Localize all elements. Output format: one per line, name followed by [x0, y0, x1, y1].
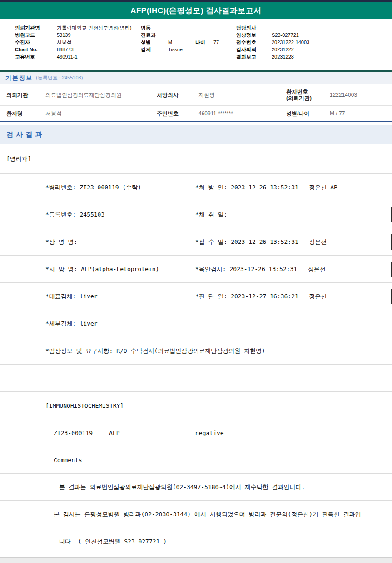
- field-value: 서봉석: [57, 39, 72, 46]
- result-row: *대표검체: liver *진 단 일: 2023-12-27 16:36:21…: [0, 283, 392, 310]
- result-text: *육안검사: 2023-12-26 13:52:31 정은선: [195, 265, 326, 273]
- result-row: Comments: [0, 446, 392, 474]
- result-row: *상 병 명: - *접 수 일: 2023-12-26 13:52:31 정은…: [0, 228, 392, 256]
- patient-header-row: 의뢰기관명 가톨릭대학교 인천성모병원(병리) 병동 담당의사: [0, 24, 392, 31]
- table-row: 환자명 서봉석 주민번호 460911-******* 성별/나이 M / 77: [0, 106, 392, 121]
- field-label: 나이: [195, 39, 205, 46]
- field-label: 임상정보: [236, 31, 256, 39]
- patient-header: 의뢰기관명 가톨릭대학교 인천성모병원(병리) 병동 담당의사 병원코드 531…: [0, 19, 392, 66]
- cell-label: 처방의사: [157, 91, 179, 99]
- table-row: 의뢰기관 의료법인삼광의료재단삼광의원 처방의사 지현영 환자번호 (의뢰기관)…: [0, 84, 392, 106]
- result-text: [병리과]: [6, 155, 31, 163]
- result-row: 본 결과는 의료법인삼광의료재단삼광의원(02-3497-5180~4)에서 재…: [0, 474, 392, 501]
- cell-value: 의료법인삼광의료재단삼광의원: [45, 91, 122, 99]
- field-value: Tissue: [168, 46, 183, 53]
- result-text: 본 결과는 의료법인삼광의료재단삼광의원(02-3497-5180~4)에서 재…: [59, 483, 305, 491]
- cell-label: 환자명: [6, 110, 23, 118]
- field-value: 가톨릭대학교 인천성모병원(병리): [57, 24, 131, 31]
- cell-value: 서봉석: [45, 110, 62, 118]
- field-value: 20231222-14003: [272, 39, 309, 46]
- field-label: 검체: [141, 46, 151, 53]
- field-label: 병동: [141, 24, 151, 31]
- result-text: *처 방 일: 2023-12-26 13:52:31 정은선 AP: [195, 183, 337, 192]
- cell-value: M / 77: [330, 110, 345, 117]
- result-row-empty: [0, 365, 392, 392]
- cell-value: 지현영: [198, 91, 215, 99]
- section-title: 기본정보: [5, 74, 33, 82]
- result-row: 본 검사는 은평성모병원 병리과(02-2030-3144) 에서 시행되었으며…: [0, 501, 392, 528]
- result-text: *세부검체: liver: [45, 320, 98, 328]
- patient-header-row: 고유번호 460911-1 결과보고 20231228: [0, 53, 392, 60]
- result-text: *등록번호: 2455103: [45, 211, 104, 219]
- report-page: AFP(IHC)(은평성모) 검사결과보고서 의뢰기관명 가톨릭대학교 인천성모…: [0, 0, 392, 563]
- cell-label: 환자번호 (의뢰기관): [286, 89, 312, 101]
- result-text: [IMMUNOHISTOCHEMISTRY]: [45, 402, 124, 409]
- results-section-header: 검 사 결 과: [0, 125, 392, 144]
- patient-header-row: 병원코드 53139 진료과 임상정보 S23-027721: [0, 31, 392, 39]
- section-title: 검 사 결 과: [6, 130, 43, 139]
- field-label: 접수번호: [236, 39, 256, 46]
- field-label: 결과보고: [236, 53, 256, 60]
- cell-label: 의뢰기관: [6, 91, 28, 99]
- report-title: AFP(IHC)(은평성모) 검사결과보고서: [130, 5, 262, 16]
- result-text: 본 검사는 은평성모병원 병리과(02-2030-3144) 에서 시행되었으며…: [54, 510, 361, 519]
- field-label: 수진자: [15, 39, 30, 46]
- result-row: [IMMUNOHISTOCHEMISTRY]: [0, 392, 392, 419]
- field-label: Chart No.: [15, 46, 38, 53]
- field-value: 20231222: [272, 46, 294, 53]
- results-body: [병리과] *병리번호: ZI23-000119 (수탁) *처 방 일: 20…: [0, 144, 392, 555]
- result-text: *임상정보 및 요구사항: R/O 수탁검사(의료법인삼광의료재단삼광의원-지현…: [45, 347, 265, 355]
- cell-label: 주민번호: [157, 110, 179, 118]
- result-row: *병리번호: ZI23-000119 (수탁) *처 방 일: 2023-12-…: [0, 174, 392, 201]
- cell-value: 460911-*******: [198, 110, 233, 117]
- field-label: 고유번호: [15, 53, 35, 60]
- cell-label: 성별/나이: [286, 110, 309, 118]
- field-value: 868773: [57, 46, 74, 53]
- basic-info-section-header: 기본정보 (등록번호 : 2455103): [0, 70, 392, 84]
- field-value: 20231228: [272, 53, 294, 60]
- result-text: *대표검체: liver: [45, 292, 98, 301]
- field-label: 담당의사: [236, 24, 256, 31]
- result-text: *접 수 일: 2023-12-26 13:52:31 정은선: [195, 238, 327, 246]
- field-label: 병원코드: [15, 31, 35, 39]
- result-text: *진 단 일: 2023-12-27 16:36:21 정은선: [195, 292, 327, 301]
- result-row: [병리과]: [0, 144, 392, 174]
- specimen-test-name: AFP: [109, 429, 119, 436]
- cell-value: 122214003: [330, 92, 357, 98]
- field-label: 진료과: [141, 31, 156, 39]
- patient-header-row: Chart No. 868773 검체 Tissue 검사의뢰 20231222: [0, 46, 392, 53]
- specimen-result: negative: [195, 429, 224, 436]
- field-value: 53139: [57, 31, 71, 39]
- field-value: S23-027721: [272, 31, 299, 39]
- result-text: *처 방 명: AFP(alpha-Fetoprotein): [45, 265, 159, 273]
- result-text: *상 병 명: -: [45, 238, 84, 246]
- patient-header-row: 수진자 서봉석 성별 M 나이 77 접수번호 20231222-14003: [0, 39, 392, 46]
- result-text: *병리번호: ZI23-000119 (수탁): [45, 183, 141, 192]
- bottom-strip: [0, 557, 392, 563]
- result-text: Comments: [54, 456, 82, 463]
- result-row: *처 방 명: AFP(alpha-Fetoprotein) *육안검사: 20…: [0, 256, 392, 283]
- field-label: 의뢰기관명: [15, 24, 40, 31]
- result-row: *등록번호: 2455103 *채 취 일:: [0, 201, 392, 228]
- field-value: 77: [213, 39, 219, 46]
- field-label: 성별: [141, 39, 151, 46]
- result-row: *세부검체: liver: [0, 310, 392, 337]
- field-value: 460911-1: [57, 53, 78, 60]
- result-text: 니다. ( 인천성모병원 S23-027721 ): [59, 538, 167, 546]
- result-row: *임상정보 및 요구사항: R/O 수탁검사(의료법인삼광의료재단삼광의원-지현…: [0, 337, 392, 365]
- result-row-specimen: ZI23-000119 AFP negative: [0, 419, 392, 446]
- field-label: 검사의뢰: [236, 46, 256, 53]
- basic-info-table: 의뢰기관 의료법인삼광의료재단삼광의원 처방의사 지현영 환자번호 (의뢰기관)…: [0, 84, 392, 122]
- section-subtitle: (등록번호 : 2455103): [36, 74, 83, 81]
- report-titlebar: AFP(IHC)(은평성모) 검사결과보고서: [0, 2, 392, 19]
- field-value: M: [168, 39, 172, 46]
- result-row: 니다. ( 인천성모병원 S23-027721 ): [0, 528, 392, 555]
- result-text: *채 취 일:: [195, 211, 227, 219]
- specimen-code: ZI23-000119: [54, 429, 93, 436]
